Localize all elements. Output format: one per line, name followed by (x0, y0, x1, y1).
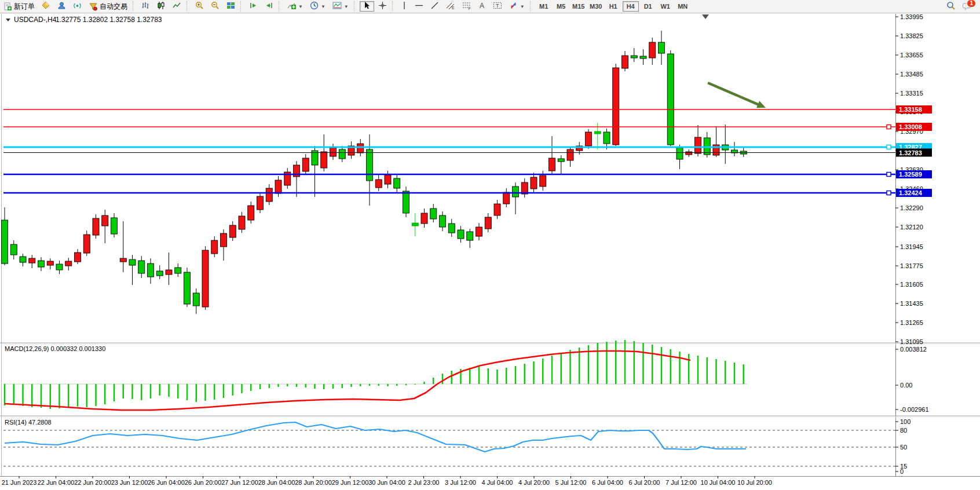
line-drag-handle[interactable] (887, 173, 891, 177)
timeframe-group: M1M5M15M30H1H4D1W1MN (535, 1, 692, 12)
candle-body (640, 56, 646, 58)
zoom-in-button[interactable] (192, 1, 207, 12)
candle-body (29, 258, 35, 263)
chat-icon: 1 (963, 2, 972, 11)
macd-tick-label: -0.002961 (900, 406, 929, 413)
notifications-button[interactable]: 1 (960, 1, 975, 12)
candle-body (20, 257, 26, 262)
indicators-button[interactable]: ▼ (284, 1, 306, 12)
candle-body (549, 158, 555, 171)
candle-body (412, 223, 418, 226)
text-tool-button[interactable]: A (476, 1, 489, 12)
autotrade-icon (89, 2, 98, 11)
arrows-icon (509, 1, 518, 12)
time-tick-label: 27 Jun 12:00 (221, 479, 258, 486)
cursor-tool-button[interactable] (360, 1, 374, 12)
price-badge-label: 1.32424 (899, 189, 923, 196)
time-tick-label: 10 Jul 04:00 (701, 479, 736, 486)
time-tick-label: 6 Jul 04:00 (592, 479, 623, 486)
periods-button[interactable]: ▼ (307, 1, 328, 12)
community-button[interactable] (54, 1, 69, 12)
vertical-line-tool-button[interactable] (398, 1, 411, 12)
zoom-out-icon (211, 1, 220, 12)
candle-body (302, 158, 309, 171)
candle-body (47, 261, 53, 265)
templates-button[interactable]: ▼ (330, 1, 352, 12)
candle-body (375, 180, 382, 188)
metaeditor-button[interactable] (39, 1, 53, 12)
text-label-icon: T (493, 1, 502, 12)
chart-canvas[interactable]: USDCAD-,H41.32775 1.32802 1.32758 1.3278… (0, 0, 980, 490)
candle-body (239, 216, 245, 229)
search-button[interactable] (944, 1, 959, 12)
timeframe-h1[interactable]: H1 (605, 1, 621, 12)
candle-body (339, 149, 345, 159)
price-tick-label: 1.32290 (900, 204, 923, 211)
candle-body (75, 253, 81, 262)
candle-body (321, 152, 327, 168)
toolbar-separator (279, 1, 282, 12)
tile-windows-button[interactable] (224, 1, 238, 12)
timeframe-m1[interactable]: M1 (536, 1, 552, 12)
macd-tick-label: 0.003812 (900, 346, 927, 353)
text-label-tool-button[interactable]: T (490, 1, 505, 12)
chart-shift-icon (265, 1, 273, 12)
line-drag-handle[interactable] (887, 191, 891, 195)
search-icon (946, 1, 956, 12)
toolbar-separator (354, 1, 357, 12)
ohlc-values: 1.32775 1.32802 1.32758 1.32783 (56, 16, 162, 24)
chart-shift-button[interactable] (262, 1, 276, 12)
chevron-down-icon: ▼ (520, 4, 525, 9)
crosshair-tool-button[interactable] (375, 1, 390, 12)
horizontal-line-tool-button[interactable] (412, 1, 426, 12)
zoom-out-button[interactable] (208, 1, 222, 12)
candle-body (430, 209, 437, 219)
line-chart-button[interactable] (170, 1, 184, 12)
timeframe-d1[interactable]: D1 (640, 1, 656, 12)
candle-body (503, 192, 510, 204)
timeframe-w1[interactable]: W1 (657, 1, 674, 12)
candle-body (38, 261, 45, 267)
candle-body (613, 68, 619, 145)
candle-body (193, 293, 199, 306)
price-tick-label: 1.31945 (900, 243, 923, 250)
new-order-button[interactable]: 新订单 (1, 1, 38, 12)
timeframe-m30[interactable]: M30 (588, 1, 604, 12)
timeframe-m5[interactable]: M5 (553, 1, 569, 12)
auto-scroll-button[interactable] (246, 1, 261, 12)
timeframe-mn[interactable]: MN (675, 1, 691, 12)
signals-button[interactable] (70, 1, 85, 12)
toolbar-separator (240, 1, 244, 12)
line-drag-handle[interactable] (887, 145, 891, 149)
candle-body (257, 196, 264, 210)
candle-body (385, 175, 391, 184)
channel-tool-button[interactable]: E (443, 1, 458, 12)
candle-body (65, 261, 72, 266)
autotrade-button[interactable]: 自动交易 (86, 1, 130, 12)
trendline-tool-button[interactable] (427, 1, 442, 12)
candle-body (184, 272, 191, 304)
metaeditor-icon (42, 1, 50, 12)
line-drag-handle[interactable] (887, 125, 891, 129)
time-tick-label: 22 Jun 04:00 (38, 479, 75, 486)
toolbar-separator (133, 1, 136, 12)
candle-body (667, 54, 674, 145)
candle-body (120, 258, 126, 262)
notification-badge: 1 (967, 0, 976, 8)
price-badge: 1.33158 (896, 105, 932, 114)
chart-background (0, 13, 980, 490)
rsi-tick-label: 80 (900, 427, 907, 434)
arrows-tool-button[interactable]: ▼ (506, 1, 528, 12)
bar-chart-button[interactable] (138, 1, 153, 12)
timeframe-m15[interactable]: M15 (571, 1, 587, 12)
price-badge-label: 1.32589 (899, 171, 922, 178)
candle-body (567, 149, 573, 160)
fibonacci-tool-button[interactable]: F (459, 1, 474, 12)
candlestick-chart-button[interactable] (154, 1, 169, 12)
timeframe-h4[interactable]: H4 (623, 1, 639, 12)
candle-body (330, 148, 337, 156)
candle-body (677, 148, 683, 159)
autotrade-label: 自动交易 (100, 2, 127, 12)
candle-body (686, 152, 692, 155)
price-badge-label: 1.33008 (899, 123, 922, 130)
